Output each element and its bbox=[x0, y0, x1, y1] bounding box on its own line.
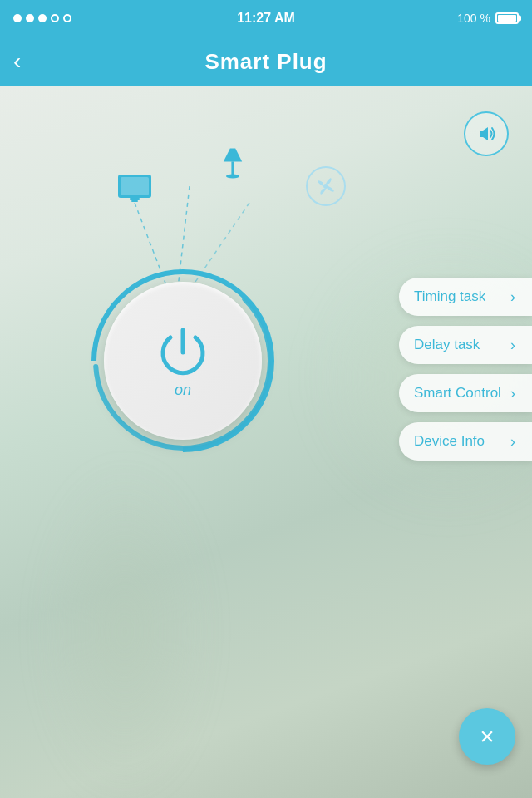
main-content: on Timing task › Delay task › Smart Cont… bbox=[0, 86, 532, 798]
svg-point-7 bbox=[226, 175, 239, 179]
dot-1 bbox=[13, 14, 22, 22]
timing-task-label: Timing task bbox=[414, 288, 485, 305]
bg-blob-2 bbox=[42, 466, 208, 798]
dot-4 bbox=[51, 14, 59, 22]
sound-icon bbox=[475, 122, 498, 145]
header: ‹ Smart Plug bbox=[0, 37, 532, 86]
power-outer-ring: on bbox=[91, 269, 274, 452]
delay-task-arrow: › bbox=[510, 337, 515, 354]
power-symbol-svg bbox=[154, 323, 212, 382]
side-buttons: Timing task › Delay task › Smart Control… bbox=[399, 278, 532, 461]
device-tv bbox=[115, 166, 155, 209]
svg-marker-0 bbox=[480, 127, 488, 140]
status-time: 11:27 AM bbox=[237, 11, 295, 26]
status-right: 100 % bbox=[457, 12, 519, 25]
device-fan bbox=[306, 166, 346, 206]
svg-rect-3 bbox=[130, 198, 140, 200]
fan-circle bbox=[306, 166, 346, 206]
status-bar: 11:27 AM 100 % bbox=[0, 0, 532, 37]
fan-icon bbox=[313, 173, 339, 200]
device-info-label: Device Info bbox=[414, 433, 485, 450]
dot-5 bbox=[63, 14, 71, 22]
back-button[interactable]: ‹ bbox=[13, 50, 21, 73]
svg-rect-4 bbox=[131, 200, 138, 202]
smart-control-label: Smart Control bbox=[414, 385, 501, 401]
close-icon: × bbox=[480, 724, 495, 749]
page-title: Smart Plug bbox=[204, 49, 327, 75]
dot-3 bbox=[38, 14, 47, 22]
battery-fill bbox=[498, 15, 516, 22]
dot-2 bbox=[26, 14, 34, 22]
power-button[interactable]: on bbox=[104, 282, 262, 440]
svg-rect-6 bbox=[231, 161, 234, 176]
smart-control-arrow: › bbox=[510, 385, 515, 402]
delay-task-label: Delay task bbox=[414, 337, 480, 353]
svg-point-8 bbox=[323, 184, 328, 189]
power-area: on bbox=[91, 269, 274, 452]
sound-button[interactable] bbox=[464, 111, 509, 156]
power-state-label: on bbox=[175, 382, 191, 399]
svg-rect-2 bbox=[121, 177, 149, 195]
timing-task-arrow: › bbox=[510, 288, 515, 306]
close-button[interactable]: × bbox=[459, 708, 515, 765]
smart-control-button[interactable]: Smart Control › bbox=[399, 374, 532, 412]
timing-task-button[interactable]: Timing task › bbox=[399, 278, 532, 316]
device-lamp bbox=[213, 143, 253, 186]
tv-icon bbox=[115, 166, 155, 206]
battery-percent: 100 % bbox=[457, 12, 490, 25]
svg-marker-5 bbox=[224, 148, 242, 161]
battery-icon bbox=[495, 12, 519, 24]
signal-dots bbox=[13, 14, 71, 22]
delay-task-button[interactable]: Delay task › bbox=[399, 326, 532, 364]
device-info-button[interactable]: Device Info › bbox=[399, 422, 532, 461]
lamp-icon bbox=[213, 143, 253, 183]
device-info-arrow: › bbox=[510, 433, 515, 451]
